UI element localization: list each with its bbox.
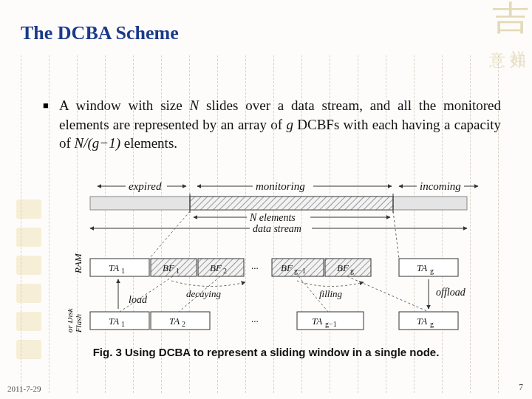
svg-text:TA: TA <box>169 316 180 327</box>
svg-rect-18 <box>90 259 149 276</box>
svg-text:1: 1 <box>121 320 125 328</box>
svg-rect-35 <box>151 312 210 330</box>
svg-rect-41 <box>399 312 458 330</box>
label-expired: expired <box>129 180 162 192</box>
decor-col1: 祥如 <box>507 37 529 43</box>
dots-2: ··· <box>251 316 259 327</box>
bullet-icon: ■ <box>43 99 49 112</box>
svg-text:g: g <box>430 267 434 275</box>
cell-bf2: BF <box>210 262 222 273</box>
label-flash-disk: Flash <box>74 313 83 333</box>
label-offload: offload <box>436 287 466 298</box>
cell-bf1: BF <box>163 262 175 273</box>
svg-rect-28 <box>399 259 458 276</box>
svg-text:2: 2 <box>182 320 185 328</box>
stream-bar <box>90 194 467 213</box>
svg-text:g: g <box>430 320 434 328</box>
label-incoming: incoming <box>420 180 461 192</box>
label-n-elements: N elements <box>249 212 296 223</box>
svg-text:g−1: g−1 <box>325 320 337 328</box>
var-frac: N/(g−1) <box>75 135 120 151</box>
cell-tag: TA <box>417 262 427 273</box>
cell-bfg: BF <box>337 262 349 273</box>
figure-caption: Fig. 3 Using DCBA to represent a sliding… <box>0 346 532 358</box>
svg-line-44 <box>120 276 173 312</box>
var-N: N <box>190 98 200 113</box>
var-g: g <box>286 117 293 132</box>
label-data-stream: data stream <box>253 223 301 234</box>
svg-text:2: 2 <box>223 267 227 275</box>
svg-text:1: 1 <box>121 267 125 275</box>
svg-text:TA: TA <box>109 316 119 327</box>
cell-ta1: TA <box>109 262 119 273</box>
bullet-paragraph: ■ A window with size N slides over a dat… <box>59 96 501 153</box>
svg-text:TA: TA <box>417 316 427 327</box>
label-decaying: decaying <box>186 288 221 299</box>
svg-rect-9 <box>190 197 393 210</box>
label-filling: filling <box>319 288 343 299</box>
svg-line-47 <box>347 276 429 312</box>
cell-bfg1: BF <box>281 262 293 273</box>
svg-text:TA: TA <box>312 316 322 327</box>
figure-3: expired monitoring incoming N elements d… <box>68 179 482 341</box>
dots: ··· <box>251 262 259 273</box>
text-part: elements. <box>120 135 177 151</box>
label-monitoring: monitoring <box>256 180 305 192</box>
page-number: 7 <box>519 382 523 393</box>
decor-col2: 意 <box>486 38 508 41</box>
label-flash-disk-2: or Disk <box>68 307 74 332</box>
footer-date: 2011-7-29 <box>7 384 41 393</box>
decorative-seals <box>16 200 41 368</box>
slide-title: The DCBA Scheme <box>21 22 179 44</box>
decor-big-glyph: 吉 <box>492 0 530 41</box>
svg-text:1: 1 <box>176 267 180 275</box>
svg-line-16 <box>149 211 190 259</box>
svg-text:g: g <box>350 267 354 275</box>
svg-line-17 <box>393 211 399 259</box>
svg-text:g−1: g−1 <box>294 267 306 275</box>
svg-rect-32 <box>90 312 149 330</box>
text-part: A window with size <box>59 98 190 113</box>
label-ram: RAM <box>72 253 83 274</box>
decorative-corner: 吉 祥如 意 <box>443 0 532 96</box>
